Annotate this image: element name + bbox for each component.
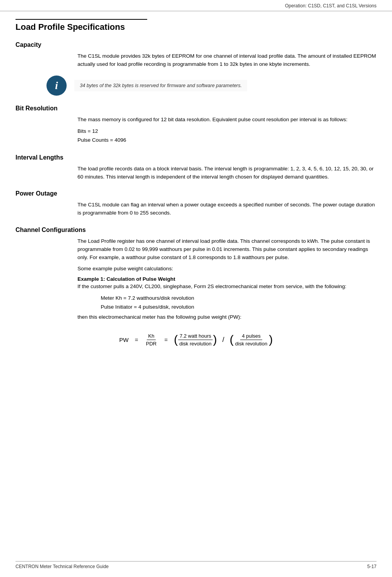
- power-outage-text: The C1SL module can flag an interval whe…: [77, 201, 377, 217]
- fraction1-denominator: PDR: [144, 340, 158, 347]
- info-i-letter: i: [55, 80, 58, 91]
- right-paren-1: ): [213, 334, 217, 345]
- left-paren-1: (: [174, 334, 178, 345]
- then-text: then this electromechanical meter has th…: [77, 313, 377, 321]
- info-box: i 34 bytes of the 32k bytes is reserved …: [46, 76, 377, 96]
- pulse-counts-line: Pulse Counts = 4096: [77, 136, 377, 145]
- bit-resolution-content: The mass memory is configured for 12 bit…: [77, 116, 377, 145]
- channel-para-3: If the customer pulls a 240V, CL200, sin…: [77, 283, 377, 291]
- heading-rule: [15, 19, 147, 20]
- page-body: Load Profile Specifications Capacity The…: [0, 11, 392, 378]
- fraction-watt-hours: 7.2 watt hours disk revolution: [178, 333, 213, 347]
- footer-left: CENTRON Meter Technical Reference Guide: [15, 564, 109, 569]
- fraction3-numerator: 4 pulses: [240, 333, 262, 340]
- interval-lengths-content: The load profile records data on a block…: [77, 165, 377, 181]
- fraction-kh-pdr: Kh PDR: [144, 333, 158, 347]
- channel-para-2: Example 1: Calculation of Pulse Weight: [77, 276, 377, 282]
- section-heading-channel-configurations: Channel Configurations: [15, 227, 377, 234]
- info-icon: i: [46, 76, 67, 96]
- divide-symbol: /: [222, 336, 224, 344]
- section-heading-bit-resolution: Bit Resolution: [15, 105, 377, 112]
- fraction2-numerator: 7.2 watt hours: [178, 333, 213, 340]
- channel-configurations-content: The Load Profile register has one channe…: [77, 237, 377, 321]
- pulse-initiator-line: Pulse Initiator = 4 pulses/disk, revolut…: [101, 303, 377, 312]
- page-heading: Load Profile Specifications: [15, 22, 377, 32]
- formula-section: PW = Kh PDR = ( 7.2 watt hours disk revo…: [15, 333, 377, 347]
- bits-line: Bits = 12: [77, 127, 377, 136]
- meter-kh-line: Meter Kh = 7.2 watthours/disk revolution: [101, 294, 377, 303]
- equals-1: =: [135, 337, 138, 343]
- power-outage-content: The C1SL module can flag an interval whe…: [77, 201, 377, 217]
- fraction-pulses: 4 pulses disk revolution: [234, 333, 269, 347]
- section-heading-interval-lengths: Interval Lengths: [15, 154, 377, 161]
- page-footer: CENTRON Meter Technical Reference Guide …: [15, 561, 377, 569]
- right-paren-2: ): [269, 334, 273, 345]
- paren-group-left: ( 7.2 watt hours disk revolution ): [174, 333, 217, 347]
- paren-group-right: ( 4 pulses disk revolution ): [230, 333, 273, 347]
- interval-lengths-text: The load profile records data on a block…: [77, 165, 377, 181]
- equals-2: =: [164, 337, 168, 343]
- capacity-content: The C1SL module provides 32k bytes of EE…: [77, 52, 377, 69]
- formula-container: PW = Kh PDR = ( 7.2 watt hours disk revo…: [119, 333, 273, 347]
- fraction3-denominator: disk revolution: [234, 340, 269, 347]
- section-heading-capacity: Capacity: [15, 41, 377, 48]
- header-title: Operation: C1SD, C1ST, and C1SL Versions: [285, 3, 377, 9]
- left-paren-2: (: [230, 334, 234, 345]
- meter-details: Meter Kh = 7.2 watthours/disk revolution…: [101, 294, 377, 312]
- bit-resolution-text: The mass memory is configured for 12 bit…: [77, 116, 377, 124]
- fraction1-numerator: Kh: [147, 333, 156, 340]
- capacity-text: The C1SL module provides 32k bytes of EE…: [77, 52, 377, 69]
- channel-para-1: Some example pulse weight calculations:: [77, 265, 377, 273]
- page-header: Operation: C1SD, C1ST, and C1SL Versions: [0, 0, 392, 11]
- info-note-text: 34 bytes of the 32k bytes is reserved fo…: [74, 80, 247, 91]
- section-heading-power-outage: Power Outage: [15, 190, 377, 197]
- channel-para-0: The Load Profile register has one channe…: [77, 237, 377, 262]
- footer-right: 5-17: [367, 564, 377, 569]
- pw-label: PW: [119, 337, 129, 343]
- fraction2-denominator: disk revolution: [178, 340, 213, 347]
